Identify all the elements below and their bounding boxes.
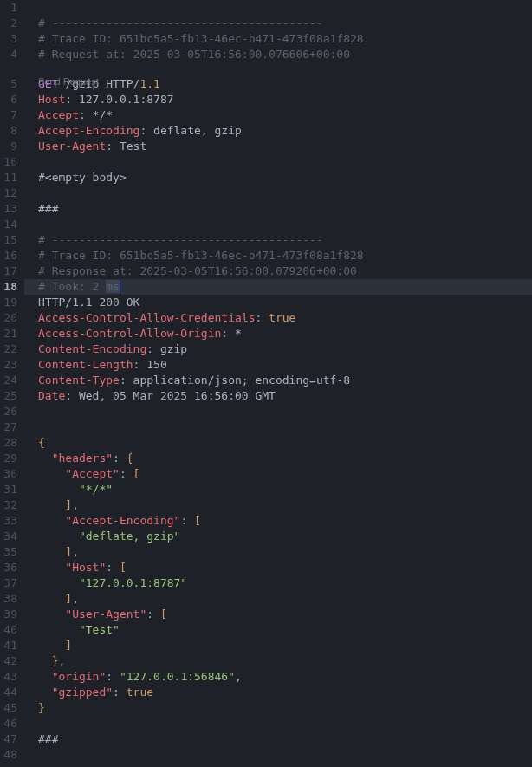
json-string: "127.0.0.1:56846"	[120, 670, 235, 683]
line-number: 9	[0, 139, 17, 154]
line-number: 28	[0, 435, 17, 451]
line-number: 26	[0, 404, 17, 419]
http-header-value: 150	[139, 358, 166, 371]
code-line[interactable]: "headers": {	[38, 451, 532, 466]
line-number: 45	[0, 700, 17, 716]
code-line[interactable]	[38, 154, 532, 170]
code-line[interactable]: "Accept": [	[38, 466, 532, 482]
code-line[interactable]: # Request at: 2025-03-05T16:56:00.076606…	[38, 47, 532, 62]
code-line[interactable]: Content-Type: application/json; encoding…	[38, 373, 532, 388]
code-line[interactable]: # Took: 2 ms	[24, 279, 532, 295]
line-number: 48	[0, 747, 17, 763]
line-number: 11	[0, 170, 17, 185]
http-header-name: Date	[38, 389, 65, 402]
code-line[interactable]: "127.0.0.1:8787"	[38, 575, 532, 591]
code-line[interactable]: Access-Control-Allow-Credentials: true	[38, 310, 532, 326]
http-header-name: Access-Control-Allow-Credentials	[38, 311, 255, 324]
code-line[interactable]: Content-Length: 150	[38, 357, 532, 373]
line-number: 46	[0, 716, 17, 731]
code-editor[interactable]: 1234567891011121314151617181920212223242…	[0, 0, 532, 767]
json-key: "origin"	[52, 670, 107, 683]
json-key: "Host"	[65, 561, 106, 574]
json-delim: [	[194, 514, 201, 527]
code-line[interactable]: # Trace ID: 651bc5a5-fb13-46ec-b471-473f…	[38, 31, 532, 47]
json-key: "User-Agent"	[65, 608, 146, 621]
code-line[interactable]: # Trace ID: 651bc5a5-fb13-46ec-b471-473f…	[38, 248, 532, 263]
send-request-codelens[interactable]: Send Request	[38, 75, 99, 88]
json-string: "Test"	[79, 623, 120, 636]
code-line[interactable]: ###	[38, 731, 532, 747]
code-line[interactable]	[38, 747, 532, 763]
line-number: 39	[0, 607, 17, 622]
http-header-value: 127.0.0.1:8787	[72, 93, 173, 106]
json-brace: }	[38, 701, 45, 714]
selection: ms	[106, 280, 120, 293]
json-delim: [	[160, 608, 167, 621]
json-key: "Accept-Encoding"	[65, 514, 180, 527]
code-line[interactable]: ###	[38, 201, 532, 217]
comment: # Took: 2	[38, 280, 106, 293]
line-number: 15	[0, 232, 17, 248]
line-number: 14	[0, 217, 17, 232]
code-area[interactable]: # --------------------------------------…	[24, 0, 532, 767]
comment: # Request at: 2025-03-05T16:56:00.076606…	[38, 48, 350, 61]
code-line[interactable]	[38, 716, 532, 731]
code-line[interactable]: "origin": "127.0.0.1:56846",	[38, 669, 532, 685]
line-number: 35	[0, 544, 17, 560]
json-key: "Accept"	[65, 467, 120, 480]
code-line[interactable]: }	[38, 700, 532, 716]
line-number: 36	[0, 560, 17, 575]
code-line[interactable]: Access-Control-Allow-Origin: *	[38, 326, 532, 341]
code-line[interactable]: "User-Agent": [	[38, 607, 532, 622]
http-status: 200 OK	[93, 296, 140, 309]
comment: # --------------------------------------…	[38, 16, 323, 29]
code-line[interactable]: Content-Encoding: gzip	[38, 341, 532, 357]
line-number: 32	[0, 497, 17, 513]
json-string: "127.0.0.1:8787"	[79, 576, 187, 589]
code-line[interactable]	[38, 0, 532, 16]
code-line[interactable]	[38, 404, 532, 419]
code-line[interactable]: "Accept-Encoding": [	[38, 513, 532, 529]
code-line[interactable]: # Response at: 2025-03-05T16:56:00.07920…	[38, 263, 532, 279]
http-header-value: */*	[86, 108, 113, 121]
code-line[interactable]: "Host": [	[38, 560, 532, 575]
code-line[interactable]: Host: 127.0.0.1:8787	[38, 92, 532, 107]
comment: # --------------------------------------…	[38, 233, 323, 246]
code-line[interactable]: Send RequestGET /gzip HTTP/1.1	[38, 76, 532, 92]
code-line[interactable]: User-Agent: Test	[38, 139, 532, 154]
text: #<empty body>	[38, 171, 127, 184]
code-line[interactable]: {	[38, 435, 532, 451]
code-line[interactable]	[38, 217, 532, 232]
line-number: 20	[0, 310, 17, 326]
line-number: 43	[0, 669, 17, 685]
code-line[interactable]: "gzipped": true	[38, 685, 532, 700]
code-line[interactable]: Date: Wed, 05 Mar 2025 16:56:00 GMT	[38, 388, 532, 404]
code-line[interactable]: },	[38, 653, 532, 669]
code-line[interactable]: ],	[38, 544, 532, 560]
code-line[interactable]	[38, 419, 532, 435]
code-line[interactable]: # --------------------------------------…	[38, 232, 532, 248]
code-line[interactable]: # --------------------------------------…	[38, 16, 532, 31]
line-number: 42	[0, 653, 17, 669]
text: ###	[38, 202, 58, 215]
code-line[interactable]: Accept: */*	[38, 107, 532, 123]
code-line[interactable]: HTTP/1.1 200 OK	[38, 295, 532, 310]
json-bracket: ]	[65, 545, 72, 558]
json-string: "deflate, gzip"	[79, 530, 180, 543]
text: ###	[38, 732, 58, 745]
code-line[interactable]: Accept-Encoding: deflate, gzip	[38, 123, 532, 139]
code-line[interactable]: "Test"	[38, 622, 532, 638]
code-line[interactable]: ],	[38, 497, 532, 513]
code-line[interactable]: ]	[38, 638, 532, 653]
code-line[interactable]: "deflate, gzip"	[38, 529, 532, 544]
code-line[interactable]: ],	[38, 591, 532, 607]
code-line[interactable]: "*/*"	[38, 482, 532, 497]
http-header-name: Accept-Encoding	[38, 124, 139, 137]
code-line[interactable]: #<empty body>	[38, 170, 532, 185]
http-header-value: *	[228, 327, 242, 340]
code-line[interactable]	[38, 185, 532, 201]
json-string: "*/*"	[79, 483, 113, 496]
line-number: 27	[0, 419, 17, 435]
http-header-name: Accept	[38, 108, 79, 121]
http-header-value: application/json; encoding=utf-8	[127, 374, 350, 387]
